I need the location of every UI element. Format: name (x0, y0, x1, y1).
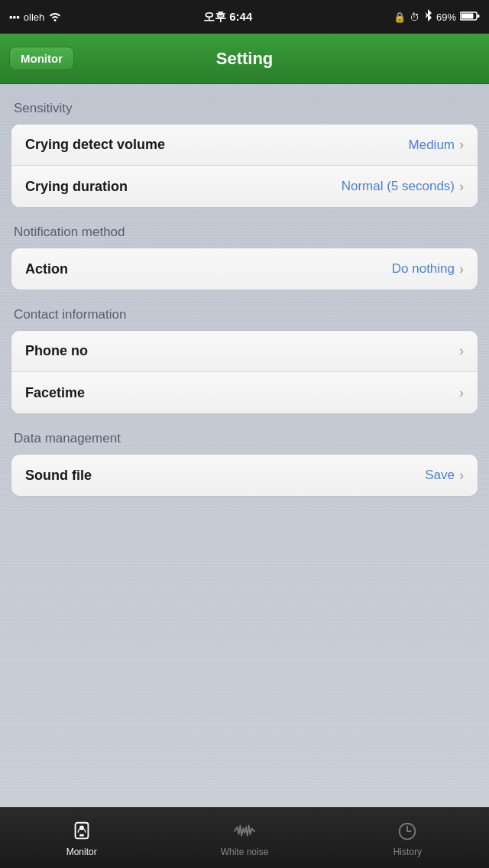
battery-icon (460, 11, 480, 24)
row-label: Crying duration (25, 179, 128, 195)
battery-percent: 69% (436, 11, 456, 23)
row-label: Facetime (25, 385, 85, 401)
chevron-right-icon: › (459, 468, 464, 484)
history-icon (395, 819, 419, 844)
section-header-data-management: Data management (11, 431, 478, 446)
status-right: 🔒 ⏱ 69% (393, 9, 480, 25)
carrier-label: olleh (24, 11, 44, 23)
svg-rect-2 (478, 15, 480, 18)
card-row-sound-file[interactable]: Sound fileSave› (11, 455, 478, 496)
row-label: Sound file (25, 468, 92, 484)
chevron-right-icon: › (459, 385, 464, 401)
svg-rect-4 (79, 834, 84, 836)
card-group-sensitivity: Crying detect volumeMedium›Crying durati… (11, 124, 478, 208)
chevron-right-icon: › (459, 343, 464, 359)
row-value: Normal (5 seconds)› (342, 179, 464, 195)
section-header-contact-information: Contact information (11, 307, 478, 322)
tab-history-label: History (393, 847, 422, 857)
row-value-text: Medium (409, 138, 455, 153)
section-header-sensitivity: Sensitivity (11, 101, 478, 116)
tab-white-noise[interactable]: White noise (163, 808, 325, 868)
row-label: Crying detect volume (25, 137, 165, 153)
card-row-crying-detect-volume[interactable]: Crying detect volumeMedium› (11, 125, 478, 166)
wifi-icon (48, 11, 62, 24)
svg-rect-1 (461, 13, 474, 18)
status-bar: ▪▪▪ olleh 오후 6:44 🔒 ⏱ 69% (0, 0, 489, 34)
page-title: Setting (216, 49, 274, 69)
card-row-crying-duration[interactable]: Crying durationNormal (5 seconds)› (11, 166, 478, 207)
lock-icon: 🔒 (393, 11, 406, 23)
row-label: Action (25, 261, 68, 277)
back-button[interactable]: Monitor (9, 47, 74, 70)
chevron-right-icon: › (459, 137, 464, 153)
card-group-contact-information: Phone no›Facetime› (11, 330, 478, 414)
row-value: › (459, 385, 464, 401)
row-value: Medium› (409, 137, 464, 153)
row-value-text: Normal (5 seconds) (342, 179, 455, 194)
row-value: Save› (425, 468, 464, 484)
tab-bar: Monitor White noise History (0, 807, 489, 868)
white-noise-icon (232, 819, 257, 844)
card-group-notification-method: ActionDo nothing› (11, 248, 478, 290)
timer-icon: ⏱ (410, 11, 419, 23)
status-left: ▪▪▪ olleh (9, 11, 62, 24)
card-row-phone-no[interactable]: Phone no› (11, 331, 478, 372)
card-row-facetime[interactable]: Facetime› (11, 372, 478, 413)
main-content: SensitivityCrying detect volumeMedium›Cr… (0, 84, 489, 807)
monitor-icon (70, 819, 94, 844)
tab-monitor-label: Monitor (66, 847, 97, 857)
tab-monitor[interactable]: Monitor (0, 808, 163, 868)
card-row-action[interactable]: ActionDo nothing› (11, 248, 478, 290)
nav-bar: Monitor Setting (0, 34, 489, 84)
tab-history[interactable]: History (326, 808, 489, 868)
card-group-data-management: Sound fileSave› (11, 454, 478, 497)
row-value: Do nothing› (392, 261, 464, 277)
bluetooth-icon (423, 9, 432, 25)
row-label: Phone no (25, 343, 88, 359)
tab-white-noise-label: White noise (221, 847, 269, 857)
signal-icon: ▪▪▪ (9, 11, 20, 23)
chevron-right-icon: › (459, 261, 464, 277)
section-header-notification-method: Notification method (11, 225, 478, 240)
row-value-text: Do nothing (392, 261, 455, 277)
row-value: › (459, 343, 464, 359)
row-value-text: Save (425, 468, 455, 483)
status-time: 오후 6:44 (203, 10, 252, 24)
chevron-right-icon: › (459, 179, 464, 195)
